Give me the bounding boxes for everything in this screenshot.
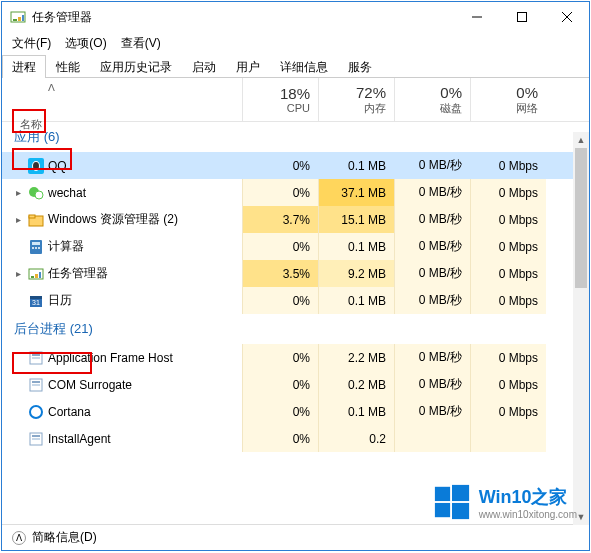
stat-cell: 0 Mbps (470, 260, 546, 287)
col-name[interactable]: ᐱ 名称 (2, 78, 242, 121)
process-name: 任务管理器 (48, 265, 108, 282)
cortana-icon (28, 404, 44, 420)
maximize-button[interactable] (499, 2, 544, 32)
col-cpu[interactable]: 18% CPU (242, 78, 318, 121)
svg-rect-3 (22, 15, 24, 21)
expand-icon[interactable]: ▸ (12, 187, 24, 198)
group-apps[interactable]: 应用 (6) (2, 122, 589, 152)
titlebar[interactable]: 任务管理器 (2, 2, 589, 32)
table-row[interactable]: ▸wechat0%37.1 MB0 MB/秒0 Mbps (2, 179, 589, 206)
stat-cell: 0% (242, 371, 318, 398)
svg-rect-37 (435, 487, 450, 501)
tab-users[interactable]: 用户 (226, 55, 270, 78)
stat-cell: 0.2 (318, 425, 394, 452)
menu-options[interactable]: 选项(O) (59, 33, 112, 54)
stat-cell: 9.2 MB (318, 260, 394, 287)
tab-performance[interactable]: 性能 (46, 55, 90, 78)
stat-cell: 0 Mbps (470, 206, 546, 233)
stat-cell: 0 Mbps (470, 152, 546, 179)
stat-cell: 37.1 MB (318, 179, 394, 206)
table-row[interactable]: 计算器0%0.1 MB0 MB/秒0 Mbps (2, 233, 589, 260)
tab-processes[interactable]: 进程 (2, 55, 46, 78)
process-name: 计算器 (48, 238, 84, 255)
table-row[interactable]: ▸任务管理器3.5%9.2 MB0 MB/秒0 Mbps (2, 260, 589, 287)
process-name: Windows 资源管理器 (2) (48, 211, 178, 228)
stat-cell: 3.7% (242, 206, 318, 233)
col-memory[interactable]: 72% 内存 (318, 78, 394, 121)
tab-startup[interactable]: 启动 (182, 55, 226, 78)
process-name: wechat (48, 186, 86, 200)
table-row[interactable]: ▸Windows 资源管理器 (2)3.7%15.1 MB0 MB/秒0 Mbp… (2, 206, 589, 233)
sort-arrow-icon: ᐱ (48, 82, 55, 93)
menu-file[interactable]: 文件(F) (6, 33, 57, 54)
process-name: COM Surrogate (48, 378, 132, 392)
process-list[interactable]: 应用 (6) QQ0%0.1 MB0 MB/秒0 Mbps▸wechat0%37… (2, 122, 589, 524)
process-name: QQ (48, 159, 67, 173)
stat-cell: 0% (242, 179, 318, 206)
svg-rect-21 (31, 276, 34, 278)
stat-cell: 0 Mbps (470, 344, 546, 371)
stat-cell: 0% (242, 233, 318, 260)
tab-services[interactable]: 服务 (338, 55, 382, 78)
expand-icon[interactable]: ▸ (12, 214, 24, 225)
explorer-icon (28, 212, 44, 228)
process-name: Cortana (48, 405, 91, 419)
statusbar: ᐱ 简略信息(D) (2, 524, 589, 550)
tab-app-history[interactable]: 应用历史记录 (90, 55, 182, 78)
svg-rect-31 (32, 381, 40, 383)
col-disk[interactable]: 0% 磁盘 (394, 78, 470, 121)
svg-text:31: 31 (32, 299, 40, 306)
table-row[interactable]: Application Frame Host0%2.2 MB0 MB/秒0 Mb… (2, 344, 589, 371)
svg-rect-16 (32, 242, 40, 245)
table-row[interactable]: InstallAgent0%0.2 (2, 425, 589, 452)
stat-cell (470, 425, 546, 452)
tab-details[interactable]: 详细信息 (270, 55, 338, 78)
stat-cell: 0 Mbps (470, 179, 546, 206)
scroll-thumb[interactable] (575, 148, 587, 288)
stat-cell (394, 425, 470, 452)
generic-icon (28, 431, 44, 447)
svg-rect-5 (517, 13, 526, 22)
generic-icon (28, 377, 44, 393)
fewer-details[interactable]: 简略信息(D) (32, 529, 97, 546)
scroll-up-icon[interactable]: ▲ (573, 132, 589, 148)
col-network[interactable]: 0% 网络 (470, 78, 546, 121)
stat-cell: 0 MB/秒 (394, 179, 470, 206)
svg-rect-40 (452, 503, 469, 519)
stat-cell: 0 Mbps (470, 233, 546, 260)
minimize-button[interactable] (454, 2, 499, 32)
close-button[interactable] (544, 2, 589, 32)
calc-icon (28, 239, 44, 255)
watermark: Win10之家 www.win10xitong.com (433, 483, 577, 521)
stat-cell: 0 Mbps (470, 371, 546, 398)
table-row[interactable]: COM Surrogate0%0.2 MB0 MB/秒0 Mbps (2, 371, 589, 398)
svg-rect-35 (32, 435, 40, 437)
menu-view[interactable]: 查看(V) (115, 33, 167, 54)
collapse-icon[interactable]: ᐱ (12, 531, 26, 545)
wechat-icon (28, 185, 44, 201)
expand-icon[interactable]: ▸ (12, 268, 24, 279)
scrollbar[interactable]: ▲ ▼ (573, 132, 589, 525)
stat-cell: 15.1 MB (318, 206, 394, 233)
table-row[interactable]: QQ0%0.1 MB0 MB/秒0 Mbps (2, 152, 589, 179)
svg-rect-1 (13, 19, 17, 21)
table-row[interactable]: Cortana0%0.1 MB0 MB/秒0 Mbps (2, 398, 589, 425)
svg-rect-38 (452, 485, 469, 501)
svg-rect-36 (32, 438, 40, 440)
stat-cell: 0% (242, 344, 318, 371)
svg-rect-32 (32, 384, 40, 386)
stat-cell: 0.1 MB (318, 152, 394, 179)
svg-point-19 (38, 247, 40, 249)
group-background[interactable]: 后台进程 (21) (2, 314, 589, 344)
svg-rect-29 (32, 357, 40, 359)
stat-cell: 0 MB/秒 (394, 260, 470, 287)
calendar-icon: 31 (28, 293, 44, 309)
table-row[interactable]: 31日历0%0.1 MB0 MB/秒0 Mbps (2, 287, 589, 314)
stat-cell: 0 MB/秒 (394, 371, 470, 398)
stat-cell: 0% (242, 398, 318, 425)
taskmgr-icon (28, 266, 44, 282)
stat-cell: 0.1 MB (318, 233, 394, 260)
stat-cell: 0 Mbps (470, 287, 546, 314)
stat-cell: 0.2 MB (318, 371, 394, 398)
generic-icon (28, 350, 44, 366)
